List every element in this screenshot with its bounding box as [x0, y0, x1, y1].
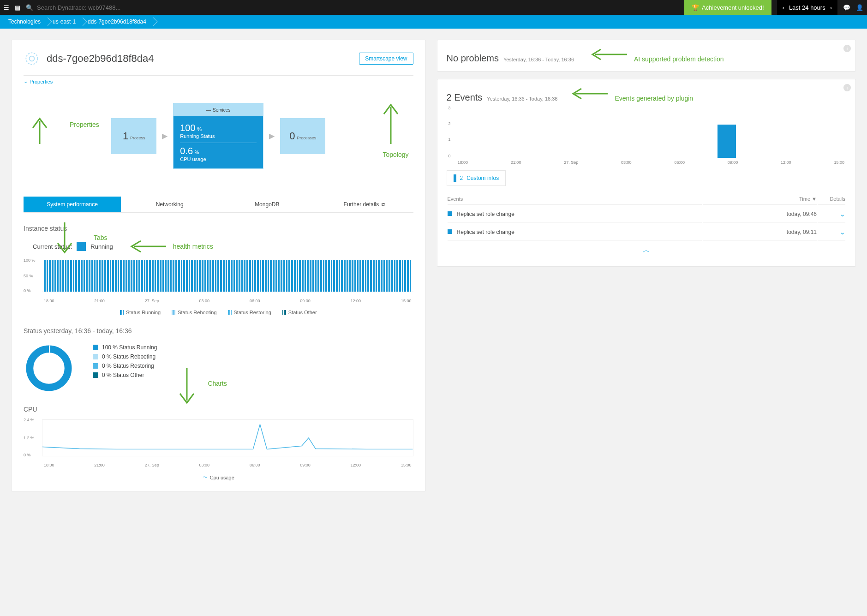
annotation-ai: AI supported problem detection	[634, 55, 724, 63]
annotation-arrow-left	[127, 239, 168, 254]
topology-center[interactable]: —Services 100 % Running Status 0.6 % CPU…	[173, 103, 263, 169]
topology-left-box[interactable]: 1 Process	[111, 118, 156, 154]
cpu-title: CPU	[24, 406, 413, 413]
chevron-right-icon: ▶	[162, 132, 167, 140]
annotation-arrow-left	[568, 87, 610, 101]
events-card: i 2 Events Yesterday, 16:36 - Today, 16:…	[437, 79, 856, 267]
status-donut-chart	[24, 343, 74, 394]
collapse-events-icon[interactable]: ︿	[447, 242, 846, 259]
timeframe-label: Last 24 hours	[789, 4, 825, 11]
hamburger-icon[interactable]: ☰	[4, 4, 9, 11]
achievement-label: Achievement unlocked!	[702, 4, 764, 11]
tabs: System performance Networking MongoDB Fu…	[24, 197, 413, 213]
annotation-health: health metrics	[173, 243, 213, 250]
chevron-down-icon: ⌄	[24, 78, 28, 84]
smartscape-view-button[interactable]: Smartscape view	[359, 53, 413, 65]
metric-cpu-usage: 0.6 % CPU usage	[180, 143, 257, 164]
status-color-swatch	[77, 242, 86, 251]
properties-label: Properties	[30, 79, 53, 84]
donut-legend: 100 % Status Running0 % Status Rebooting…	[93, 343, 157, 380]
topology-right-box[interactable]: 0 Processes	[280, 118, 325, 154]
problems-title: No problems	[447, 53, 499, 64]
custom-device-icon	[24, 50, 40, 67]
events-title: 2 Events	[447, 92, 483, 103]
search-icon[interactable]: 🔍	[26, 4, 33, 11]
table-row[interactable]: Replica set role changetoday, 09:46⌄	[448, 206, 845, 223]
user-icon[interactable]: 👤	[856, 4, 863, 11]
problems-range: Yesterday, 16:36 - Today, 16:36	[503, 57, 574, 62]
achievement-banner[interactable]: 🏆 Achievement unlocked!	[684, 0, 771, 15]
cpu-line-chart: 2.4 % 1.2 % 0 %	[42, 419, 413, 461]
search-input[interactable]	[37, 4, 175, 11]
annotation-arrow-up	[379, 100, 402, 146]
events-bar-chart: 3 2 1 0	[456, 108, 846, 158]
table-row[interactable]: Replica set role changetoday, 09:11⌄	[448, 224, 845, 241]
info-icon[interactable]: i	[843, 84, 851, 91]
current-status-row: Current status: Running health metrics	[33, 239, 413, 254]
svg-point-1	[30, 56, 35, 61]
chat-icon[interactable]: 💬	[843, 4, 850, 11]
status-summary-title: Status yesterday, 16:36 - today, 16:36	[24, 327, 413, 335]
annotation-tabs: Tabs	[94, 234, 108, 241]
svg-point-2	[30, 349, 68, 387]
problems-card: i No problems Yesterday, 16:36 - Today, …	[437, 40, 856, 72]
status-legend: Status Running Status Rebooting Status R…	[24, 310, 413, 315]
topbar: ☰ ▤ 🔍 🏆 Achievement unlocked! ‹ Last 24 …	[0, 0, 867, 15]
status-bar-chart: 100 % 50 % 0 %	[42, 260, 413, 297]
properties-toggle[interactable]: ⌄ Properties	[24, 75, 413, 84]
xaxis-cpu: 18:0021:0027. Sep03:0006:0009:0012:0015:…	[42, 461, 413, 467]
services-bar[interactable]: —Services	[173, 103, 263, 116]
current-status-value: Running	[90, 243, 113, 250]
cpu-legend: 〜Cpu usage	[24, 474, 413, 481]
annotation-plugin-events: Events generated by plugin	[615, 95, 693, 102]
tab-further-details[interactable]: Further details⧉	[316, 197, 413, 212]
breadcrumb: Technologies us-east-1 dds-7goe2b96d18f8…	[0, 15, 867, 29]
topology-row: 1 Process ▶ —Services 100 % Running Stat…	[24, 103, 413, 169]
breadcrumb-entity[interactable]: dds-7goe2b96d18f8da4	[83, 18, 154, 25]
annotation-arrow-left	[588, 48, 629, 61]
svg-point-0	[26, 53, 37, 64]
breadcrumb-technologies[interactable]: Technologies	[4, 18, 48, 25]
info-icon[interactable]: i	[843, 45, 851, 52]
page-title: dds-7goe2b96d18f8da4	[47, 53, 154, 65]
annotation-charts: Charts	[208, 380, 227, 387]
dashboard-icon[interactable]: ▤	[15, 4, 20, 11]
timeframe-selector[interactable]: ‹ Last 24 hours ›	[777, 0, 837, 15]
chevron-left-icon[interactable]: ‹	[783, 4, 784, 11]
annotation-properties: Properties	[70, 121, 99, 128]
annotation-topology: Topology	[383, 151, 408, 158]
chevron-down-icon[interactable]: ⌄	[840, 228, 845, 236]
trophy-icon: 🏆	[692, 4, 699, 11]
events-range: Yesterday, 16:36 - Today, 16:36	[487, 96, 557, 102]
events-col-events[interactable]: Events	[448, 193, 702, 205]
chevron-down-icon[interactable]: ⌄	[840, 210, 845, 218]
annotation-arrow-down	[175, 366, 198, 407]
events-col-time[interactable]: Time ▼	[703, 193, 817, 205]
entity-card: dds-7goe2b96d18f8da4 Smartscape view ⌄ P…	[11, 40, 426, 491]
search-wrap: 🔍	[26, 4, 679, 11]
chevron-right-icon[interactable]: ›	[830, 4, 832, 11]
custom-infos-filter[interactable]: 2 Custom infos	[447, 170, 506, 186]
tab-mongodb[interactable]: MongoDB	[218, 197, 316, 212]
tab-networking[interactable]: Networking	[121, 197, 218, 212]
chevron-right-icon: ▶	[269, 132, 275, 140]
annotation-arrow-down	[53, 220, 76, 257]
breadcrumb-region[interactable]: us-east-1	[48, 18, 83, 25]
instance-status-title: Instance status	[24, 225, 413, 232]
tab-system-performance[interactable]: System performance	[24, 197, 121, 212]
xaxis-events: 18:0021:0027. Sep03:0006:0009:0012:0015:…	[456, 158, 846, 165]
annotation-arrow-up	[28, 114, 51, 146]
external-link-icon: ⧉	[382, 202, 385, 207]
metric-running-status: 100 % Running Status	[180, 121, 257, 141]
events-table: Events Time ▼ Details Replica set role c…	[447, 192, 846, 242]
events-col-details[interactable]: Details	[818, 193, 845, 205]
xaxis-status: 18:0021:0027. Sep03:0006:0009:0012:0015:…	[42, 297, 413, 303]
